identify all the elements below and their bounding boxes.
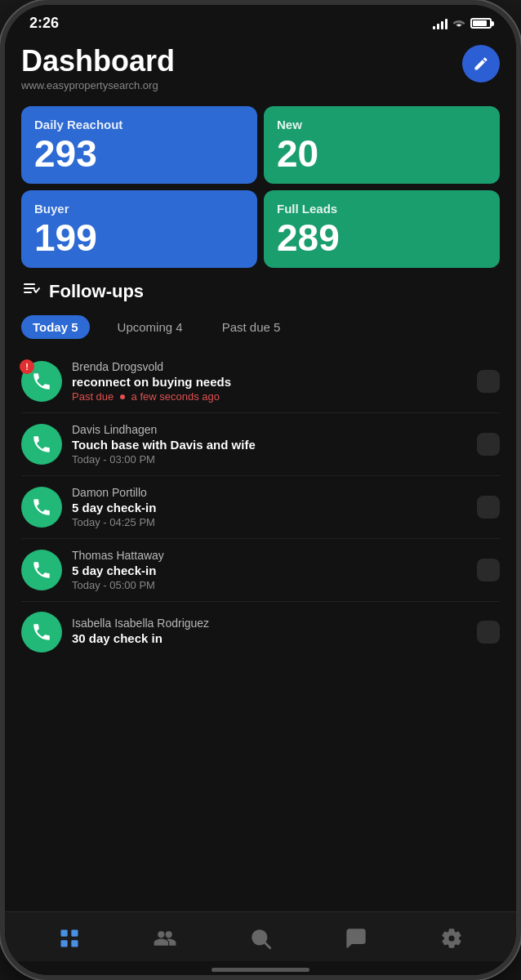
messages-nav-icon	[345, 927, 367, 950]
followup-info: Brenda Drogsvold reconnect on buying nee…	[72, 360, 467, 403]
followup-list: ! Brenda Drogsvold reconnect on buying n…	[21, 350, 500, 662]
followup-checkbox[interactable]	[477, 370, 500, 393]
nav-dashboard[interactable]	[50, 924, 89, 953]
avatar-wrap	[21, 550, 62, 590]
followup-name: Davis Lindhagen	[72, 423, 467, 436]
page-title: Dashboard	[21, 45, 175, 78]
dashboard-nav-icon	[58, 927, 81, 950]
edit-button[interactable]	[462, 45, 500, 82]
followups-header: Follow-ups	[21, 279, 500, 304]
stat-label-buyer: Buyer	[34, 202, 244, 216]
alert-badge: !	[20, 359, 34, 374]
status-bar: 2:26	[5, 5, 516, 37]
main-content: Dashboard www.easypropertysearch.org Dai…	[5, 37, 516, 911]
followup-checkbox[interactable]	[477, 621, 500, 644]
nav-settings[interactable]	[432, 924, 471, 953]
subtitle: www.easypropertysearch.org	[21, 79, 175, 91]
followup-name: Damon Portillo	[72, 486, 467, 499]
phone-icon	[31, 621, 52, 643]
svg-rect-4	[71, 930, 78, 937]
avatar	[21, 550, 62, 590]
avatar	[21, 424, 62, 465]
svg-rect-1	[24, 287, 35, 289]
avatar	[21, 612, 62, 653]
followup-checkbox[interactable]	[477, 496, 500, 519]
avatar-wrap	[21, 612, 62, 653]
stat-value-new: 20	[277, 135, 487, 172]
followup-name: Isabella Isabella Rodriguez	[72, 617, 467, 630]
tab-upcoming[interactable]: Upcoming 4	[106, 315, 194, 339]
battery-icon	[470, 18, 492, 29]
followup-task: 5 day check-in	[72, 564, 467, 577]
pencil-icon	[473, 56, 489, 72]
stats-grid: Daily Reachout 293 New 20 Buyer 199 Full…	[21, 106, 500, 268]
followup-time: Past due a few seconds ago	[72, 390, 467, 403]
followups-icon	[21, 279, 41, 304]
header: Dashboard www.easypropertysearch.org	[21, 37, 500, 95]
avatar-wrap	[21, 424, 62, 465]
stat-label-leads: Full Leads	[277, 202, 487, 216]
svg-rect-3	[60, 930, 67, 937]
svg-rect-5	[60, 940, 67, 947]
stat-new[interactable]: New 20	[264, 106, 500, 184]
followup-task: 30 day check in	[72, 631, 467, 645]
tab-past-due[interactable]: Past due 5	[211, 315, 292, 339]
avatar	[21, 487, 62, 528]
status-icons	[433, 16, 492, 30]
stat-daily-reachout[interactable]: Daily Reachout 293	[21, 106, 257, 184]
stat-value-buyer: 199	[34, 219, 244, 256]
signal-icon	[433, 18, 448, 29]
followup-time: Today - 03:00 PM	[72, 453, 467, 466]
followup-task: 5 day check-in	[72, 501, 467, 514]
stat-label-daily: Daily Reachout	[34, 118, 244, 131]
followup-checkbox[interactable]	[477, 559, 500, 581]
followup-item[interactable]: ! Brenda Drogsvold reconnect on buying n…	[21, 350, 500, 413]
phone-screen: 2:26	[5, 5, 516, 975]
followup-item[interactable]: Isabella Isabella Rodriguez 30 day check…	[21, 602, 500, 662]
followup-checkbox[interactable]	[477, 433, 500, 456]
wifi-icon	[452, 16, 465, 30]
phone-icon	[31, 497, 52, 518]
settings-nav-icon	[440, 927, 463, 950]
followup-info: Isabella Isabella Rodriguez 30 day check…	[72, 617, 467, 647]
followup-info: Thomas Hattaway 5 day check-in Today - 0…	[72, 549, 467, 591]
followup-name: Thomas Hattaway	[72, 549, 467, 562]
contacts-nav-icon	[154, 927, 176, 950]
phone-icon	[31, 371, 52, 392]
followup-task: reconnect on buying needs	[72, 375, 467, 389]
followup-name: Brenda Drogsvold	[72, 360, 467, 373]
phone-frame: 2:26	[0, 0, 521, 980]
followup-item[interactable]: Davis Lindhagen Touch base with Davis an…	[21, 413, 500, 476]
tab-today[interactable]: Today 5	[21, 315, 90, 339]
followup-item[interactable]: Thomas Hattaway 5 day check-in Today - 0…	[21, 539, 500, 602]
stat-buyer[interactable]: Buyer 199	[21, 190, 257, 268]
followup-info: Davis Lindhagen Touch base with Davis an…	[72, 423, 467, 466]
followup-info: Damon Portillo 5 day check-in Today - 04…	[72, 486, 467, 528]
stat-full-leads[interactable]: Full Leads 289	[264, 190, 500, 268]
followup-item[interactable]: Damon Portillo 5 day check-in Today - 04…	[21, 476, 500, 539]
phone-icon	[31, 559, 52, 581]
status-time: 2:26	[29, 15, 59, 32]
stat-value-leads: 289	[277, 219, 487, 256]
search-nav-icon	[249, 927, 272, 950]
bottom-nav	[5, 911, 516, 961]
nav-contacts[interactable]	[145, 924, 185, 953]
stat-label-new: New	[277, 118, 487, 131]
stat-value-daily: 293	[34, 135, 244, 172]
header-text: Dashboard www.easypropertysearch.org	[21, 45, 175, 91]
avatar-wrap: !	[21, 361, 62, 402]
svg-rect-2	[24, 292, 32, 293]
svg-rect-6	[71, 940, 78, 947]
svg-line-8	[265, 942, 269, 947]
followup-time: Today - 04:25 PM	[72, 516, 467, 528]
followup-task: Touch base with Davis and wife	[72, 438, 467, 452]
nav-search[interactable]	[241, 924, 280, 953]
home-indicator	[212, 968, 309, 972]
followup-time: Today - 05:00 PM	[72, 579, 467, 591]
avatar-wrap	[21, 487, 62, 528]
phone-icon	[31, 434, 52, 455]
followups-tabs: Today 5 Upcoming 4 Past due 5	[21, 315, 500, 339]
svg-rect-0	[24, 283, 35, 285]
followups-title: Follow-ups	[49, 281, 144, 302]
nav-messages[interactable]	[336, 924, 376, 953]
